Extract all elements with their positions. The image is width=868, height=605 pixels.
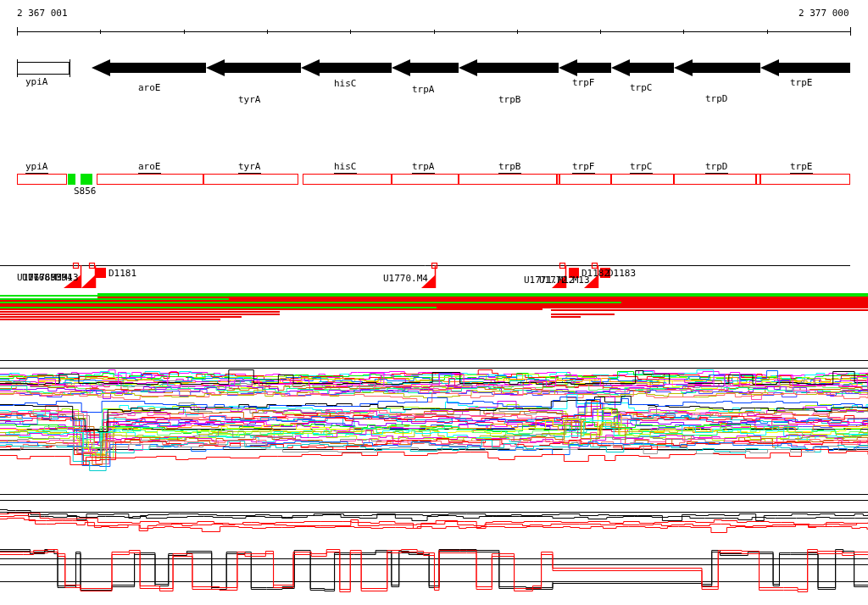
gene-arrow-trpE[interactable]: [760, 59, 850, 76]
gene-arrow-trpC[interactable]: [611, 59, 674, 76]
feature-box-trpB[interactable]: [459, 174, 557, 185]
arrowhead-left-icon: [206, 59, 225, 76]
gene-arrow-trpF[interactable]: [559, 59, 611, 76]
feature-label: trpE: [790, 162, 813, 174]
gene-label: trpB: [498, 95, 521, 105]
feature-label: aroE: [138, 162, 161, 174]
ruler-end-coordinate: 2 377 000: [798, 8, 849, 19]
ruler-start-coordinate: 2 367 001: [17, 8, 68, 19]
marker-flag-5[interactable]: [584, 263, 601, 290]
feature-label: tyrA: [238, 162, 261, 174]
feature-label: trpC: [630, 162, 653, 174]
feature-box-trpD[interactable]: [674, 174, 756, 185]
arrowhead-left-icon: [674, 59, 693, 76]
gene-label: trpF: [572, 78, 595, 88]
gene-arrow-trpD[interactable]: [674, 59, 760, 76]
arrow-body: [693, 63, 760, 73]
marker-label: D1183: [608, 269, 636, 279]
feature-box-S856-2[interactable]: [81, 174, 92, 185]
arrowhead-left-icon: [559, 59, 577, 76]
arrowhead-left-icon: [611, 59, 630, 76]
gene-label: aroE: [138, 83, 161, 93]
feature-box-ypiA[interactable]: [17, 174, 67, 185]
gene-label: trpE: [790, 78, 813, 88]
feature-label: trpA: [412, 162, 435, 174]
genome-browser-window: 2 367 001 2 377 000 ypiAaroEtyrAhisCtrpA…: [0, 0, 868, 605]
marker-flag-2[interactable]: [81, 263, 98, 290]
gene-label: trpC: [630, 83, 653, 93]
arrowhead-left-icon: [301, 59, 320, 76]
gene-arrow-trpA[interactable]: [392, 59, 459, 76]
arrow-body: [577, 63, 611, 73]
feature-box-aroE[interactable]: [97, 174, 203, 185]
feature-box-S856-1[interactable]: [68, 174, 75, 185]
gene-label: tyrA: [238, 95, 261, 105]
feature-label: trpB: [498, 162, 521, 174]
feature-box-trpC[interactable]: [611, 174, 674, 185]
gene-label: trpD: [705, 94, 728, 104]
feature-label-S856: S856: [74, 186, 97, 197]
arrowhead-left-icon: [392, 59, 410, 76]
marker-flag-4[interactable]: [552, 263, 569, 290]
arrowhead-left-icon: [459, 59, 477, 76]
feature-box-trpE[interactable]: [760, 174, 850, 185]
marker-label: D1181: [108, 269, 136, 279]
arrow-body: [779, 63, 850, 73]
feature-label: trpD: [705, 162, 728, 174]
gene-label: hisC: [334, 79, 357, 89]
gene-arrow-tyrA[interactable]: [206, 59, 301, 76]
feature-box-trpF[interactable]: [559, 174, 611, 185]
gene-arrow-trpB[interactable]: [459, 59, 559, 76]
arrowhead-left-icon: [760, 59, 779, 76]
feature-box-hisC[interactable]: [303, 174, 392, 185]
gene-label: trpA: [412, 85, 435, 95]
gene-label: ypiA: [25, 77, 48, 87]
feature-box-trpA[interactable]: [392, 174, 459, 185]
feature-label: hisC: [334, 162, 357, 174]
gene-arrow-aroE[interactable]: [92, 59, 206, 76]
arrow-body: [320, 63, 392, 73]
arrowhead-left-icon: [92, 59, 110, 76]
arrow-body: [477, 63, 559, 73]
arrow-body: [410, 63, 459, 73]
arrow-body: [225, 63, 301, 73]
feature-label: trpF: [572, 162, 595, 174]
feature-label: ypiA: [25, 162, 48, 174]
gene-arrow-hisC[interactable]: [301, 59, 392, 76]
feature-box-tyrA[interactable]: [203, 174, 298, 185]
arrow-body: [110, 63, 206, 73]
arrow-body: [630, 63, 674, 73]
marker-flag-3[interactable]: [421, 263, 438, 290]
